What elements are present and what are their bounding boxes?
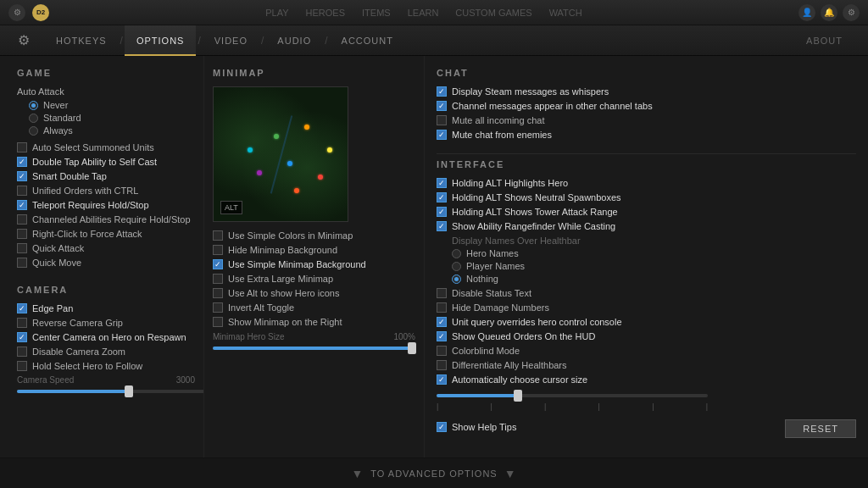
top-nav-item[interactable]: WATCH — [549, 8, 582, 18]
mute-enemies-checkbox[interactable] — [437, 130, 447, 140]
radio-standard-row[interactable]: Standard — [29, 113, 195, 123]
right-click-force-row[interactable]: Right-Click to Force Attack — [17, 229, 195, 239]
hold-select-row[interactable]: Hold Select Hero to Follow — [17, 361, 195, 371]
invert-alt-row[interactable]: Invert Alt Toggle — [213, 302, 415, 313]
show-ability-range-checkbox[interactable] — [437, 221, 447, 231]
alt-hero-icons-checkbox[interactable] — [213, 288, 223, 298]
display-hero-names-row[interactable]: Hero Names — [452, 248, 856, 258]
holding-alt-highlights-row[interactable]: Holding ALT Highlights Hero — [437, 178, 856, 188]
double-tap-checkbox[interactable] — [17, 157, 27, 167]
settings-icon[interactable]: ⚙ — [843, 4, 860, 21]
top-nav-item[interactable]: HEROES — [306, 8, 345, 18]
extra-large-row[interactable]: Use Extra Large Minimap — [213, 274, 415, 284]
reverse-camera-row[interactable]: Reverse Camera Grip — [17, 318, 195, 328]
colorblind-checkbox[interactable] — [437, 346, 447, 356]
top-nav-item[interactable]: LEARN — [408, 8, 439, 18]
holding-alt-neutral-checkbox[interactable] — [437, 192, 447, 202]
disable-status-row[interactable]: Disable Status Text — [437, 288, 622, 298]
auto-select-checkbox[interactable] — [17, 142, 27, 152]
simple-background-row[interactable]: Use Simple Minimap Background — [213, 259, 415, 269]
radio-nothing[interactable] — [452, 274, 461, 284]
camera-speed-slider[interactable] — [17, 390, 195, 393]
unified-orders-row[interactable]: Unified Orders with CTRL — [17, 186, 195, 196]
center-camera-checkbox[interactable] — [17, 332, 27, 342]
mute-incoming-checkbox[interactable] — [437, 115, 447, 125]
radio-hero-names[interactable] — [452, 249, 461, 258]
hold-select-checkbox[interactable] — [17, 361, 27, 371]
hero-size-thumb[interactable] — [408, 342, 416, 354]
quick-move-checkbox[interactable] — [17, 258, 27, 268]
nav-hotkeys[interactable]: HOTKEYS — [44, 25, 119, 56]
teleport-hold-row[interactable]: Teleport Requires Hold/Stop — [17, 200, 195, 210]
show-right-checkbox[interactable] — [213, 317, 223, 327]
hero-size-slider[interactable] — [213, 347, 415, 350]
mute-incoming-row[interactable]: Mute all incoming chat — [437, 115, 856, 125]
camera-speed-track[interactable] — [17, 390, 203, 393]
display-steam-row[interactable]: Display Steam messages as whispers — [437, 86, 856, 97]
auto-select-row[interactable]: Auto Select Summoned Units — [17, 142, 195, 152]
colorblind-row[interactable]: Colorblind Mode — [437, 346, 622, 356]
channeled-hold-checkbox[interactable] — [17, 214, 27, 225]
holding-alt-tower-checkbox[interactable] — [437, 207, 447, 217]
unified-orders-checkbox[interactable] — [17, 186, 27, 196]
holding-alt-highlights-checkbox[interactable] — [437, 178, 447, 188]
extra-large-checkbox[interactable] — [213, 274, 223, 284]
holding-alt-neutral-row[interactable]: Holding ALT Shows Neutral Spawnboxes — [437, 192, 856, 202]
invert-alt-checkbox[interactable] — [213, 302, 223, 313]
unit-query-row[interactable]: Unit query overrides hero control consol… — [437, 317, 622, 327]
radio-never[interactable] — [29, 101, 38, 110]
cursor-size-thumb[interactable] — [514, 390, 522, 402]
teleport-hold-checkbox[interactable] — [17, 200, 27, 210]
radio-player-names[interactable] — [452, 262, 461, 271]
hide-damage-row[interactable]: Hide Damage Numbers — [437, 302, 622, 313]
quick-attack-checkbox[interactable] — [17, 243, 27, 253]
advanced-options-bar[interactable]: ▼ TO ADVANCED OPTIONS ▼ — [0, 458, 868, 488]
nav-audio[interactable]: AUDIO — [265, 25, 323, 56]
top-nav-item[interactable]: ITEMS — [362, 8, 391, 18]
show-right-row[interactable]: Show Minimap on the Right — [213, 317, 415, 327]
display-player-names-row[interactable]: Player Names — [452, 261, 856, 271]
simple-background-checkbox[interactable] — [213, 259, 223, 269]
display-steam-checkbox[interactable] — [437, 86, 447, 97]
radio-never-row[interactable]: Never — [29, 100, 195, 110]
auto-cursor-row[interactable]: Automatically choose cursor size — [437, 374, 622, 385]
channel-messages-row[interactable]: Channel messages appear in other channel… — [437, 101, 856, 111]
hide-damage-checkbox[interactable] — [437, 302, 447, 313]
disable-status-checkbox[interactable] — [437, 288, 447, 298]
channeled-hold-row[interactable]: Channeled Abilities Require Hold/Stop — [17, 214, 195, 225]
reverse-camera-checkbox[interactable] — [17, 318, 27, 328]
top-nav-item[interactable]: PLAY — [265, 8, 288, 18]
edge-pan-checkbox[interactable] — [17, 303, 27, 313]
quick-attack-row[interactable]: Quick Attack — [17, 243, 195, 253]
holding-alt-tower-row[interactable]: Holding ALT Shows Tower Attack Range — [437, 207, 856, 217]
radio-always[interactable] — [29, 126, 38, 136]
right-click-force-checkbox[interactable] — [17, 229, 27, 239]
nav-options[interactable]: OPTIONS — [125, 25, 197, 56]
quick-move-row[interactable]: Quick Move — [17, 258, 195, 268]
edge-pan-row[interactable]: Edge Pan — [17, 303, 195, 313]
double-tap-row[interactable]: Double Tap Ability to Self Cast — [17, 157, 195, 167]
reset-button[interactable]: RESET — [785, 419, 856, 438]
auto-cursor-checkbox[interactable] — [437, 374, 447, 385]
alt-hero-icons-row[interactable]: Use Alt to show Hero icons — [213, 288, 415, 298]
radio-standard[interactable] — [29, 114, 38, 123]
smart-double-tap-checkbox[interactable] — [17, 171, 27, 181]
hide-background-row[interactable]: Hide Minimap Background — [213, 245, 415, 255]
show-help-row[interactable]: Show Help Tips — [437, 422, 516, 432]
unit-query-checkbox[interactable] — [437, 317, 447, 327]
radio-always-row[interactable]: Always — [29, 125, 195, 136]
top-nav-item[interactable]: CUSTOM GAMES — [455, 8, 531, 18]
simple-colors-row[interactable]: Use Simple Colors in Minimap — [213, 230, 415, 241]
notification-icon[interactable]: 🔔 — [821, 4, 837, 21]
hero-size-track[interactable] — [213, 347, 416, 350]
hide-background-checkbox[interactable] — [213, 245, 223, 255]
disable-zoom-checkbox[interactable] — [17, 347, 27, 357]
simple-colors-checkbox[interactable] — [213, 230, 223, 241]
show-queued-row[interactable]: Show Queued Orders On the HUD — [437, 331, 622, 341]
channel-messages-checkbox[interactable] — [437, 101, 447, 111]
center-camera-row[interactable]: Center Camera on Hero on Respawn — [17, 332, 195, 342]
show-queued-checkbox[interactable] — [437, 331, 447, 341]
nav-video[interactable]: VIDEO — [203, 25, 259, 56]
display-nothing-row[interactable]: Nothing — [452, 274, 856, 284]
show-help-checkbox[interactable] — [437, 422, 447, 432]
